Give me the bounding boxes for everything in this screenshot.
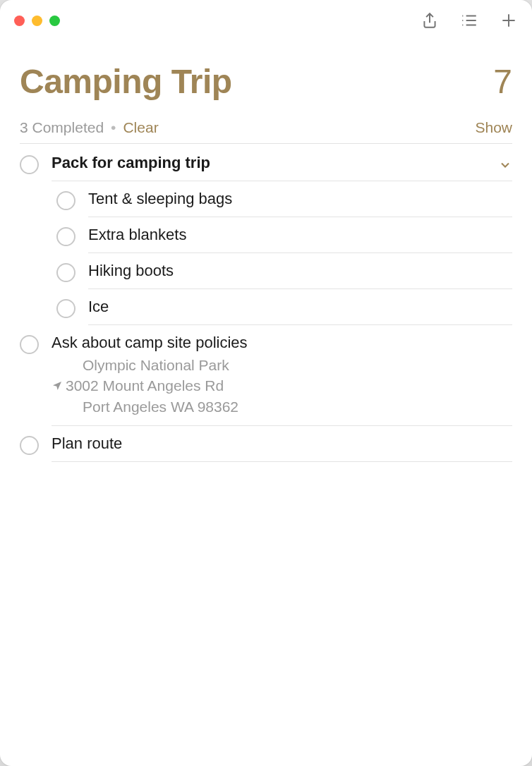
checkbox[interactable] <box>20 335 39 354</box>
reminder-count: 7 <box>493 62 512 101</box>
location-arrow-icon <box>52 380 63 391</box>
separator-dot: • <box>108 119 119 136</box>
reminder-title[interactable]: Hiking boots <box>88 262 174 279</box>
clear-button[interactable]: Clear <box>123 119 158 136</box>
checkbox[interactable] <box>56 299 75 318</box>
completed-status: 3 Completed • Clear <box>20 119 159 136</box>
list-title: Camping Trip <box>20 62 232 101</box>
content: Camping Trip 7 3 Completed • Clear Show … <box>0 41 532 462</box>
list-view-icon[interactable] <box>460 11 478 30</box>
location-name: Olympic National Park <box>83 355 512 375</box>
subtask-row[interactable]: Ice <box>20 289 512 325</box>
reminder-title[interactable]: Extra blankets <box>88 226 186 243</box>
reminder-title[interactable]: Ice <box>88 298 109 315</box>
reminder-row[interactable]: Plan route <box>20 426 512 462</box>
items-list: Pack for camping trip Tent & sleeping ba… <box>20 145 512 462</box>
checkbox[interactable] <box>20 436 39 455</box>
reminder-title[interactable]: Tent & sleeping bags <box>88 190 232 207</box>
toolbar <box>421 11 518 30</box>
chevron-down-icon[interactable] <box>498 158 512 172</box>
zoom-window-button[interactable] <box>49 16 60 26</box>
window-controls <box>14 16 60 26</box>
location-street: 3002 Mount Angeles Rd <box>66 375 224 396</box>
titlebar <box>0 0 532 41</box>
reminder-body: Pack for camping trip <box>52 154 512 181</box>
checkbox[interactable] <box>56 227 75 246</box>
checkbox[interactable] <box>20 155 39 174</box>
minimize-window-button[interactable] <box>32 16 42 26</box>
reminder-body: Ask about camp site policies Olympic Nat… <box>52 334 512 426</box>
reminder-title[interactable]: Pack for camping trip <box>52 154 210 172</box>
reminder-row[interactable]: Ask about camp site policies Olympic Nat… <box>20 325 512 426</box>
location-city: Port Angeles WA 98362 <box>83 396 512 417</box>
share-icon[interactable] <box>421 11 439 30</box>
close-window-button[interactable] <box>14 16 25 26</box>
subheader: 3 Completed • Clear Show <box>20 119 512 144</box>
reminders-window: Camping Trip 7 3 Completed • Clear Show … <box>0 0 532 766</box>
checkbox[interactable] <box>56 191 75 210</box>
header: Camping Trip 7 <box>20 62 512 101</box>
reminder-title[interactable]: Plan route <box>52 434 122 452</box>
subtask-row[interactable]: Tent & sleeping bags <box>20 181 512 217</box>
completed-count-text: 3 Completed <box>20 119 104 136</box>
subtask-row[interactable]: Hiking boots <box>20 253 512 289</box>
location-detail: Olympic National Park 3002 Mount Angeles… <box>67 355 512 417</box>
show-completed-button[interactable]: Show <box>475 119 512 136</box>
subtask-row[interactable]: Extra blankets <box>20 217 512 253</box>
reminder-title[interactable]: Ask about camp site policies <box>52 334 248 351</box>
add-reminder-icon[interactable] <box>500 11 518 30</box>
reminder-row[interactable]: Pack for camping trip <box>20 145 512 181</box>
checkbox[interactable] <box>56 263 75 282</box>
